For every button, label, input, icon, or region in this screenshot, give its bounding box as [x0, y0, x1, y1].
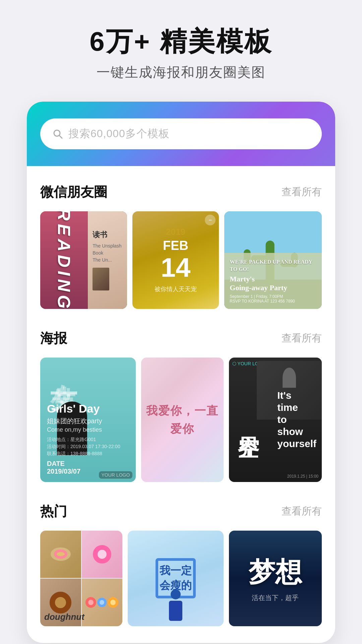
feb-day: 14 — [161, 254, 191, 281]
card-dream[interactable]: 梦想 活在当下，超乎 — [229, 531, 322, 626]
card-love[interactable]: 我爱你，一直爱你 — [141, 358, 223, 482]
girls-date: DATE2019/03/07 — [47, 460, 129, 475]
space-right-text: It's time to show yourself — [277, 389, 316, 450]
girls-text-block: Girls' Day 姐妹团的狂欢party Come on,my bestie… — [47, 402, 129, 475]
book-cover — [93, 268, 109, 290]
section-title-poster: 海报 — [40, 329, 67, 347]
space-line2: time — [277, 401, 316, 414]
card-girls-day[interactable]: 女生节 Girls' Day 姐妹团的狂欢party Come on,my be… — [40, 358, 136, 482]
doughnut-label: doughnut — [44, 612, 84, 622]
donut-pink — [93, 545, 111, 564]
mini-donut-3 — [108, 597, 118, 608]
donut-choc — [50, 592, 71, 613]
feb-year: 2019 — [166, 227, 185, 237]
card-cactus[interactable]: WE'RE PACKED UP AND READY TO GO! Marty's… — [224, 211, 322, 309]
feb-month: FEB — [163, 238, 188, 253]
section-more-poster[interactable]: 查看所有 — [282, 331, 322, 345]
cactus-text-block: WE'RE PACKED UP AND READY TO GO! Marty's… — [224, 253, 322, 309]
section-title-wechat: 微信朋友圈 — [40, 183, 107, 201]
section-wechat: 微信朋友圈 查看所有 READING 读书 The Unsplash BookT… — [27, 166, 335, 312]
girls-tagline: Come on,my besties — [47, 426, 129, 433]
girls-subtitle: 姐妹团的狂欢party — [47, 417, 129, 426]
space-line4: show — [277, 426, 316, 438]
love-text: 我爱你，一直爱你 — [141, 401, 223, 438]
plate — [51, 547, 71, 561]
card-space[interactable]: ⬡ YOUR LOGO 空界 It's time to show yoursel… — [229, 358, 322, 482]
header-section: 6万+ 精美模板 一键生成海报和朋友圈美图 — [69, 27, 292, 82]
head — [171, 589, 181, 599]
donut-cell-1 — [40, 531, 81, 578]
wechat-grid: READING 读书 The Unsplash BookThe Un... − … — [40, 211, 322, 309]
motivation-text: 我一定会瘦的 — [158, 564, 193, 593]
svg-line-1 — [59, 136, 62, 138]
card-feb14[interactable]: − 2019 FEB 14 被你情人天天宠 — [132, 211, 219, 309]
search-header: 搜索60,000多个模板 — [27, 102, 335, 166]
section-header-hot: 热门 查看所有 — [40, 502, 322, 521]
section-hot: 热门 查看所有 — [27, 485, 335, 630]
poster-grid: 女生节 Girls' Day 姐妹团的狂欢party Come on,my be… — [40, 358, 322, 482]
lamp-shape — [283, 368, 296, 388]
reading-desc: The Unsplash BookThe Un... — [93, 243, 122, 264]
space-title-vert: 空界 — [234, 418, 263, 421]
page-wrapper: 6万+ 精美模板 一键生成海报和朋友圈美图 搜索60,000多个模板 微信朋友圈… — [0, 0, 362, 644]
reading-text: READING — [54, 211, 74, 309]
card-doughnut[interactable]: doughnut — [40, 531, 122, 626]
search-bar[interactable]: 搜索60,000多个模板 — [40, 118, 322, 149]
search-icon — [52, 128, 63, 139]
section-more-hot[interactable]: 查看所有 — [282, 504, 322, 518]
space-line1: It's — [277, 389, 316, 401]
app-card: 搜索60,000多个模板 微信朋友圈 查看所有 READING 读书 — [27, 102, 335, 643]
girls-title: Girls' Day — [47, 402, 129, 415]
donut-cell-4 — [82, 579, 123, 626]
body — [169, 601, 182, 621]
cactus-party-name: Marty'sGoing-away Party — [230, 275, 316, 292]
feb-subtitle: 被你情人天天宠 — [155, 285, 197, 293]
donut-top — [54, 549, 67, 559]
badge-icon: − — [205, 215, 216, 225]
cactus-party-text: WE'RE PACKED UP AND READY TO GO! — [230, 258, 316, 273]
search-placeholder: 搜索60,000多个模板 — [68, 126, 170, 141]
space-line3: to — [277, 414, 316, 426]
dream-title: 梦想 — [248, 554, 302, 591]
section-more-wechat[interactable]: 查看所有 — [282, 185, 322, 199]
cactus-party-details: September 1 | Friday, 7:00PMRSVP TO KORI… — [230, 294, 316, 304]
section-poster: 海报 查看所有 女生节 Girls' Day 姐妹团的狂欢party Come … — [27, 312, 335, 485]
girls-details: 活动地点：星光路G001活动时间：2019.03.07 17:30-22:00联… — [47, 436, 129, 457]
girls-bg-text: 女生节 — [46, 363, 82, 367]
section-title-hot: 热门 — [40, 502, 67, 521]
dream-subtitle: 活在当下，超乎 — [252, 593, 299, 602]
space-line5: yourself — [277, 438, 316, 450]
space-date: 2019.1.25 | 15:00 — [287, 474, 318, 479]
card-reading[interactable]: READING 读书 The Unsplash BookThe Un... — [40, 211, 127, 309]
donut-cell-2 — [82, 531, 123, 578]
mini-donut-2 — [97, 598, 107, 607]
reading-subtitle: 读书 — [93, 230, 107, 240]
mini-donut-1 — [85, 597, 96, 608]
header-subtitle: 一键生成海报和朋友圈美图 — [89, 63, 272, 82]
header-title: 6万+ 精美模板 — [89, 27, 272, 56]
section-header-poster: 海报 查看所有 — [40, 329, 322, 347]
card-motivation[interactable]: 我一定会瘦的 — [128, 531, 223, 626]
hot-grid: doughnut 我一定会瘦的 梦想 活 — [40, 531, 322, 626]
person-figure — [166, 589, 186, 626]
section-header-wechat: 微信朋友圈 查看所有 — [40, 183, 322, 201]
